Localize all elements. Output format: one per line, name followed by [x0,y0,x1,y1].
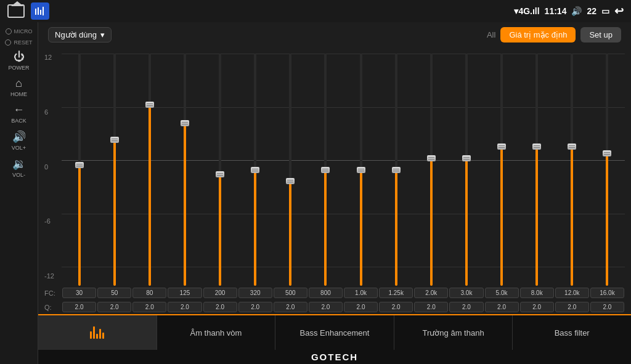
slider-col-80[interactable] [132,54,167,286]
slider-track-30[interactable] [78,54,81,286]
sidebar-item-power[interactable]: ⏻ POWER [0,48,38,73]
slider-track-1.0k[interactable] [360,54,362,286]
slider-handle-12.0k[interactable] [568,144,576,150]
slider-track-1.25k[interactable] [395,54,397,286]
q-cell-5.0k[interactable]: 2.0 [484,302,519,312]
slider-track-80[interactable] [149,54,151,286]
fc-cell-1.0k[interactable]: 1.0k [343,288,378,298]
slider-track-800[interactable] [324,54,327,286]
fc-cell-8.0k[interactable]: 8.0k [519,288,555,298]
q-cell-320[interactable]: 2.0 [238,302,273,312]
tab-bass-filter[interactable]: Bass filter [513,315,631,350]
tab-eq[interactable] [38,315,157,350]
q-cell-12.0k[interactable]: 2.0 [555,302,590,312]
fc-cell-80[interactable]: 80 [132,288,167,298]
fc-cell-12.0k[interactable]: 12.0k [555,288,590,298]
fc-cell-5.0k[interactable]: 5.0k [484,288,519,298]
slider-col-800[interactable] [308,54,343,286]
q-cell-80[interactable]: 2.0 [132,302,167,312]
fc-cell-2.0k[interactable]: 2.0k [413,288,449,298]
fc-cell-320[interactable]: 320 [238,288,273,298]
fc-cell-500[interactable]: 500 [273,288,308,298]
slider-track-125[interactable] [184,54,186,286]
fc-cell-1.25k[interactable]: 1.25k [378,288,413,298]
slider-handle-50[interactable] [110,137,119,143]
fc-cell-16.0k[interactable]: 16.0k [590,288,625,298]
slider-col-16.0k[interactable] [590,54,625,286]
q-cell-800[interactable]: 2.0 [308,302,343,312]
default-button[interactable]: Giá trị mặc định [500,27,576,42]
slider-handle-2.0k[interactable] [427,155,436,161]
slider-handle-125[interactable] [181,120,189,126]
slider-track-320[interactable] [254,54,256,286]
slider-handle-5.0k[interactable] [497,144,506,150]
slider-track-50[interactable] [113,54,116,286]
slider-handle-80[interactable] [145,102,154,108]
slider-handle-800[interactable] [321,167,330,173]
tab-surround[interactable]: Âm thanh vòm [157,315,276,350]
slider-handle-1.0k[interactable] [357,167,365,173]
q-cell-30[interactable]: 2.0 [62,302,97,312]
q-cell-2.0k[interactable]: 2.0 [413,302,449,312]
slider-track-16.0k[interactable] [606,54,608,286]
slider-col-30[interactable] [62,54,97,286]
slider-track-2.0k[interactable] [430,54,433,286]
slider-track-200[interactable] [219,54,221,286]
sidebar-item-back[interactable]: ← BACK [0,101,38,126]
slider-handle-3.0k[interactable] [462,155,471,161]
setup-button[interactable]: Set up [580,27,621,42]
slider-track-3.0k[interactable] [465,54,468,286]
fc-cell-30[interactable]: 30 [62,288,97,298]
slider-handle-200[interactable] [216,171,224,177]
eq-app-icon[interactable] [31,2,49,20]
slider-handle-16.0k[interactable] [603,150,611,156]
slider-col-8.0k[interactable] [519,54,555,286]
slider-col-50[interactable] [97,54,132,286]
slider-handle-30[interactable] [75,162,84,168]
slider-handle-8.0k[interactable] [532,144,541,150]
slider-col-1.0k[interactable] [343,54,378,286]
q-cell-200[interactable]: 2.0 [203,302,238,312]
fc-cell-800[interactable]: 800 [308,288,343,298]
slider-col-5.0k[interactable] [484,54,519,286]
slider-col-1.25k[interactable] [378,54,413,286]
slider-col-320[interactable] [238,54,273,286]
slider-track-500[interactable] [289,54,291,286]
fc-cell-3.0k[interactable]: 3.0k [449,288,484,298]
slider-col-2.0k[interactable] [413,54,449,286]
fc-cell-50[interactable]: 50 [97,288,132,298]
q-cell-3.0k[interactable]: 2.0 [449,302,484,312]
home-icon[interactable] [7,4,25,18]
slider-col-200[interactable] [203,54,238,286]
q-cell-16.0k[interactable]: 2.0 [590,302,625,312]
sidebar-item-vol-down[interactable]: 🔉 VOL- [0,155,38,180]
q-cell-125[interactable]: 2.0 [167,302,202,312]
slider-col-12.0k[interactable] [555,54,590,286]
slider-handle-1.25k[interactable] [392,167,401,173]
q-cell-1.25k[interactable]: 2.0 [378,302,413,312]
back-icon[interactable]: ↩ [614,4,624,18]
sidebar-item-vol-up[interactable]: 🔊 VOL+ [0,127,38,153]
user-selector[interactable]: Người dùng ▾ [48,27,112,42]
q-cell-8.0k[interactable]: 2.0 [519,302,555,312]
slider-handle-320[interactable] [251,167,259,173]
fc-cell-125[interactable]: 125 [167,288,202,298]
slider-track-12.0k[interactable] [571,54,573,286]
q-cell-1.0k[interactable]: 2.0 [343,302,378,312]
tab-bass-enhancement[interactable]: Bass Enhancement [275,315,394,350]
slider-col-500[interactable] [273,54,308,286]
slider-track-5.0k[interactable] [500,54,503,286]
slider-col-125[interactable] [167,54,202,286]
q-cell-50[interactable]: 2.0 [97,302,132,312]
q-value-80: 2.0 [132,302,166,312]
slider-col-3.0k[interactable] [449,54,484,286]
sidebar-item-home[interactable]: ⌂ HOME [0,75,38,100]
slider-track-8.0k[interactable] [535,54,538,286]
fc-row: FC: 3050801252003205008001.0k1.25k2.0k3.… [44,286,625,300]
fc-value-50: 50 [97,288,131,298]
tab-sound-field[interactable]: Trường âm thanh [394,315,513,350]
fc-cell-200[interactable]: 200 [203,288,238,298]
brand-name: GOTECH [311,352,358,362]
q-cell-500[interactable]: 2.0 [273,302,308,312]
slider-handle-500[interactable] [286,178,295,184]
